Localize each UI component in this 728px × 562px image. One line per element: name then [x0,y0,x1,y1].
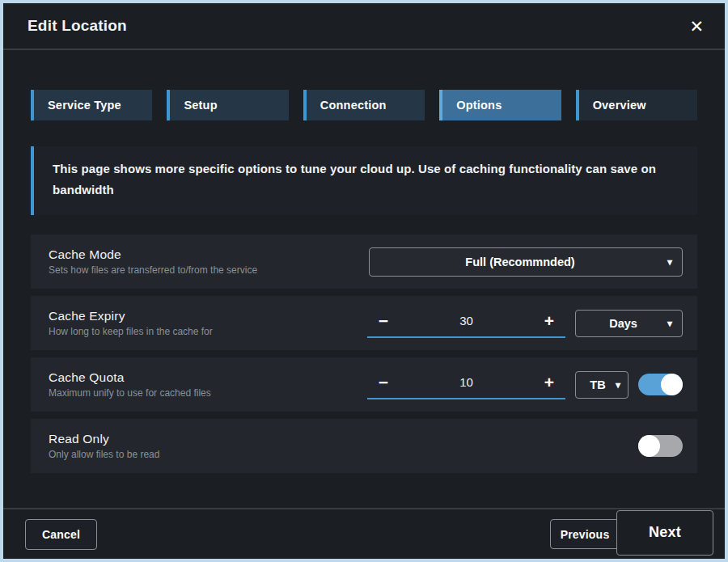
tab-setup-label: Setup [184,99,217,112]
tab-setup[interactable]: Setup [167,90,288,120]
minus-icon[interactable]: − [367,312,400,332]
cancel-button[interactable]: Cancel [25,519,97,550]
wizard-tabs: Service Type Setup Connection Options Ov… [31,90,697,120]
cache-quota-description: Maximum unify to use for cached files [49,387,211,399]
setting-row-cache-expiry: Cache Expiry How long to keep files in t… [31,296,697,350]
tab-overview[interactable]: Overview [576,90,697,120]
info-banner-text: This page shows more specific options to… [53,158,665,201]
tab-options[interactable]: Options [439,90,561,120]
cache-expiry-label: Cache Expiry [49,309,213,323]
cache-expiry-unit-value: Days [609,317,637,330]
read-only-labels: Read Only Only allow files to be read [49,432,159,460]
cache-expiry-unit-select[interactable]: Days ▾ [575,310,683,337]
close-icon[interactable]: ✕ [684,15,709,38]
cache-quota-controls: − 10 + TB ▾ [367,370,683,399]
cache-mode-label: Cache Mode [49,247,257,262]
minus-icon[interactable]: − [367,374,400,394]
cache-mode-selected-value: Full (Recommnded) [465,256,574,268]
cache-mode-labels: Cache Mode Sets how files are transferre… [49,247,257,276]
dialog-header: Edit Location ✕ [3,3,725,50]
info-banner: This page shows more specific options to… [31,146,697,215]
previous-button[interactable]: Previous [550,519,620,549]
cache-quota-unit-select[interactable]: TB ▾ [575,371,629,399]
next-button[interactable]: Next [616,510,713,556]
settings-list: Cache Mode Sets how files are transferre… [31,235,697,473]
read-only-label: Read Only [49,432,159,446]
tab-options-label: Options [456,99,502,112]
tab-connection-label: Connection [320,99,387,112]
cache-mode-select[interactable]: Full (Recommnded) ▾ [369,247,683,277]
cache-quota-toggle[interactable] [638,374,683,395]
cache-quota-value[interactable]: 10 [400,375,533,392]
cache-mode-description: Sets how files are transferred to/from t… [49,264,257,276]
dialog-footer: Cancel Previous Next [3,508,725,559]
chevron-down-icon: ▾ [616,379,620,391]
cache-mode-controls: Full (Recommnded) ▾ [369,247,683,277]
tab-service-type[interactable]: Service Type [31,90,152,120]
cache-quota-label: Cache Quota [49,370,211,385]
read-only-toggle[interactable] [638,435,683,457]
cache-expiry-stepper: − 30 + [367,309,565,338]
cache-expiry-description: How long to keep files in the cache for [49,326,213,337]
edit-location-dialog: Edit Location ✕ Service Type Setup Conne… [0,0,728,562]
cache-expiry-value[interactable]: 30 [400,314,533,331]
read-only-controls [638,435,683,457]
cache-quota-unit-value: TB [590,378,605,391]
toggle-knob [661,374,683,395]
plus-icon[interactable]: + [533,374,565,394]
chevron-down-icon: ▾ [667,256,672,268]
chevron-down-icon: ▾ [667,318,672,329]
setting-row-read-only: Read Only Only allow files to be read [31,419,697,473]
cache-expiry-labels: Cache Expiry How long to keep files in t… [49,309,213,337]
toggle-knob [638,435,660,457]
read-only-description: Only allow files to be read [49,449,159,460]
tab-overview-label: Overview [593,99,646,112]
footer-right-buttons: Previous Next [550,512,713,557]
cache-quota-labels: Cache Quota Maximum unify to use for cac… [49,370,211,399]
dialog-body: Service Type Setup Connection Options Ov… [3,50,725,508]
dialog-title: Edit Location [28,17,127,35]
setting-row-cache-quota: Cache Quota Maximum unify to use for cac… [31,357,697,412]
cache-quota-stepper: − 10 + [367,370,565,399]
tab-connection[interactable]: Connection [303,90,425,120]
tab-service-type-label: Service Type [48,99,121,112]
cache-expiry-controls: − 30 + Days ▾ [367,309,683,338]
plus-icon[interactable]: + [533,312,565,332]
setting-row-cache-mode: Cache Mode Sets how files are transferre… [31,235,697,289]
